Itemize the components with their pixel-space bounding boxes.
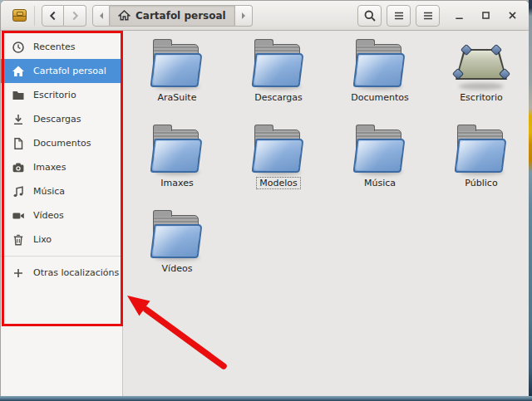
- menu-button[interactable]: [416, 5, 440, 27]
- file-item-modelos[interactable]: Modelos: [228, 122, 329, 208]
- sidebar-item-descargas[interactable]: Descargas: [1, 107, 122, 131]
- file-item-label: Descargas: [252, 92, 305, 103]
- path-bar: Cartafol persoal: [92, 5, 253, 27]
- hamburger-menu-icon: [421, 9, 435, 22]
- desktop-icon: [453, 42, 510, 88]
- sidebar-item-label: Documentos: [33, 138, 91, 149]
- file-item-label: Imaxes: [158, 178, 195, 188]
- triangle-right-icon: [239, 11, 249, 21]
- camera-icon: [12, 161, 25, 174]
- file-item-label: Público: [462, 178, 500, 188]
- file-item-arasuite[interactable]: AraSuite: [126, 37, 228, 122]
- path-previous-button[interactable]: [92, 5, 110, 27]
- sidebar-item-lixo[interactable]: Lixo: [1, 227, 122, 252]
- music-icon: [12, 185, 25, 198]
- file-item-label: Modelos: [257, 178, 300, 188]
- sidebar-item-cartafol-persoal[interactable]: Cartafol persoal: [1, 59, 122, 83]
- file-item-documentos[interactable]: Documentos: [329, 37, 431, 122]
- folder-icon: [149, 213, 205, 259]
- search-button[interactable]: [357, 5, 382, 27]
- home-icon: [12, 65, 25, 78]
- forward-button[interactable]: [64, 5, 86, 27]
- window-body: RecentesCartafol persoalEscritorioDescar…: [1, 31, 529, 397]
- window-controls: [453, 9, 519, 22]
- chevron-left-icon: [47, 9, 60, 22]
- folder-icon: [12, 89, 25, 102]
- file-item-p-blico[interactable]: Público: [431, 122, 530, 208]
- file-item-imaxes[interactable]: Imaxes: [126, 122, 228, 208]
- sidebar-item-label: Escritorio: [33, 90, 76, 100]
- path-current-button[interactable]: Cartafol persoal: [110, 5, 235, 27]
- chevron-right-icon: [68, 9, 81, 22]
- close-icon[interactable]: [506, 9, 519, 22]
- file-item-v-deos[interactable]: Vídeos: [126, 208, 228, 293]
- minimize-icon[interactable]: [453, 9, 466, 22]
- home-icon: [118, 9, 131, 22]
- document-icon: [12, 137, 25, 150]
- trash-icon: [12, 233, 25, 247]
- desktop-background-edge: [529, 0, 532, 401]
- places-sidebar: RecentesCartafol persoalEscritorioDescar…: [1, 31, 123, 397]
- folder-icon: [453, 127, 510, 174]
- sidebar-item-label: Cartafol persoal: [33, 66, 106, 76]
- sidebar-list: RecentesCartafol persoalEscritorioDescar…: [1, 35, 122, 252]
- triangle-left-icon: [96, 11, 106, 21]
- download-icon: [12, 113, 25, 126]
- sidebar-separator: [1, 256, 122, 257]
- file-item-label: Música: [362, 178, 398, 188]
- sidebar-item-label: Descargas: [33, 114, 81, 125]
- sidebar-item-label: Imaxes: [33, 162, 66, 173]
- file-item-label: Escritorio: [457, 92, 505, 103]
- sidebar-item-documentos[interactable]: Documentos: [1, 131, 122, 155]
- plus-icon: [12, 267, 25, 280]
- sidebar-item-m-sica[interactable]: Música: [1, 179, 122, 203]
- maximize-icon[interactable]: [480, 9, 492, 22]
- desktop-background-bottom: [0, 396, 532, 401]
- file-item-label: Vídeos: [160, 263, 195, 274]
- video-icon: [12, 209, 25, 223]
- sidebar-item-recentes[interactable]: Recentes: [1, 35, 122, 59]
- search-icon: [363, 9, 377, 22]
- file-item-m-sica[interactable]: Música: [329, 122, 431, 208]
- path-next-button[interactable]: [235, 5, 253, 27]
- file-view: AraSuiteDescargasDocumentosEscritorioIma…: [123, 31, 530, 397]
- sidebar-item-other-locations[interactable]: Otras localizacións: [1, 261, 122, 285]
- file-grid: AraSuiteDescargasDocumentosEscritorioIma…: [123, 31, 530, 293]
- sidebar-item-label: Recentes: [33, 42, 76, 52]
- nav-buttons: [42, 5, 86, 27]
- header-separator: [34, 6, 35, 26]
- file-item-escritorio[interactable]: Escritorio: [431, 37, 530, 122]
- sidebar-item-imaxes[interactable]: Imaxes: [1, 155, 122, 179]
- file-item-label: AraSuite: [155, 92, 200, 103]
- file-item-descargas[interactable]: Descargas: [228, 37, 329, 122]
- sidebar-item-escritorio[interactable]: Escritorio: [1, 83, 122, 107]
- files-app-icon: [12, 9, 27, 22]
- folder-icon: [250, 42, 307, 88]
- folder-icon: [352, 42, 408, 88]
- file-manager-window: Cartafol persoal: [0, 0, 530, 397]
- folder-icon: [149, 42, 205, 88]
- sidebar-item-label: Música: [33, 186, 65, 197]
- list-icon: [392, 9, 406, 22]
- back-button[interactable]: [42, 5, 64, 27]
- clock-icon: [12, 41, 25, 54]
- sidebar-item-label: Lixo: [33, 234, 52, 245]
- file-item-label: Documentos: [348, 92, 411, 103]
- view-list-button[interactable]: [387, 5, 411, 27]
- path-current-label: Cartafol persoal: [135, 10, 226, 22]
- folder-icon: [352, 127, 408, 174]
- sidebar-item-label: Otras localizacións: [33, 267, 119, 278]
- folder-icon: [149, 127, 205, 174]
- sidebar-item-label: Vídeos: [33, 210, 64, 221]
- sidebar-item-v-deos[interactable]: Vídeos: [1, 203, 122, 227]
- header-bar: Cartafol persoal: [1, 1, 529, 31]
- folder-icon: [250, 127, 307, 174]
